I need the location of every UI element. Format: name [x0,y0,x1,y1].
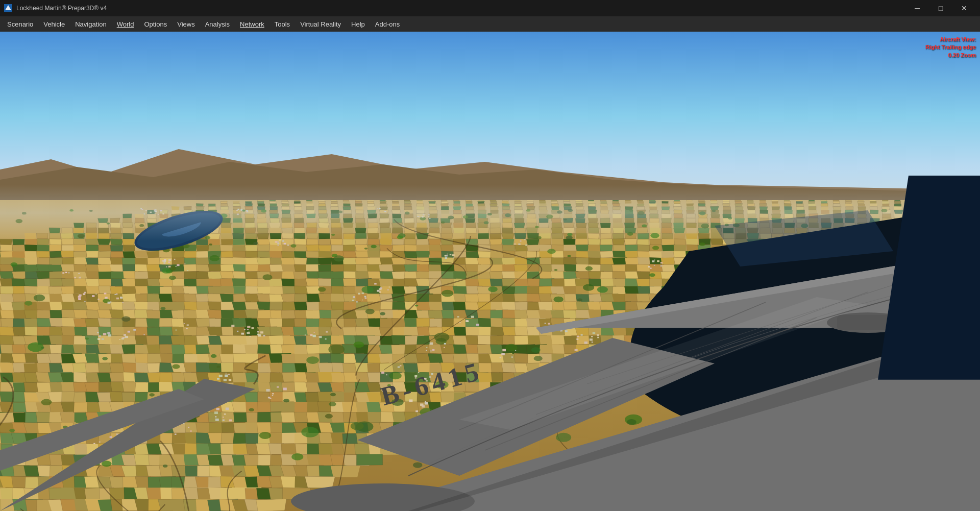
menu-item-views[interactable]: Views [172,16,200,32]
menu-item-add-ons[interactable]: Add-ons [370,16,405,32]
menu-item-navigation[interactable]: Navigation [70,16,111,32]
menu-item-world[interactable]: World [112,16,139,32]
viewport: B-6415 Aircraft Vie [0,32,980,511]
menu-item-network[interactable]: Network [235,16,270,32]
title-text: Lockheed Martin® Prepar3D® v4 [16,5,107,12]
maximize-button[interactable]: □ [929,0,952,16]
menu-item-analysis[interactable]: Analysis [200,16,235,32]
terrain-canvas [0,32,980,511]
menu-item-tools[interactable]: Tools [270,16,295,32]
menu-item-vehicle[interactable]: Vehicle [38,16,70,32]
menu-item-scenario[interactable]: Scenario [2,16,38,32]
titlebar-left: Lockheed Martin® Prepar3D® v4 [4,4,107,12]
titlebar: Lockheed Martin® Prepar3D® v4 ─ □ ✕ [0,0,980,16]
close-button[interactable]: ✕ [952,0,976,16]
menu-item-options[interactable]: Options [139,16,172,32]
app-icon [4,4,12,12]
menubar: ScenarioVehicleNavigationWorldOptionsVie… [0,16,980,32]
menu-item-virtual-reality[interactable]: Virtual Reality [295,16,346,32]
minimize-button[interactable]: ─ [905,0,929,16]
titlebar-controls: ─ □ ✕ [905,0,976,16]
menu-item-help[interactable]: Help [346,16,370,32]
